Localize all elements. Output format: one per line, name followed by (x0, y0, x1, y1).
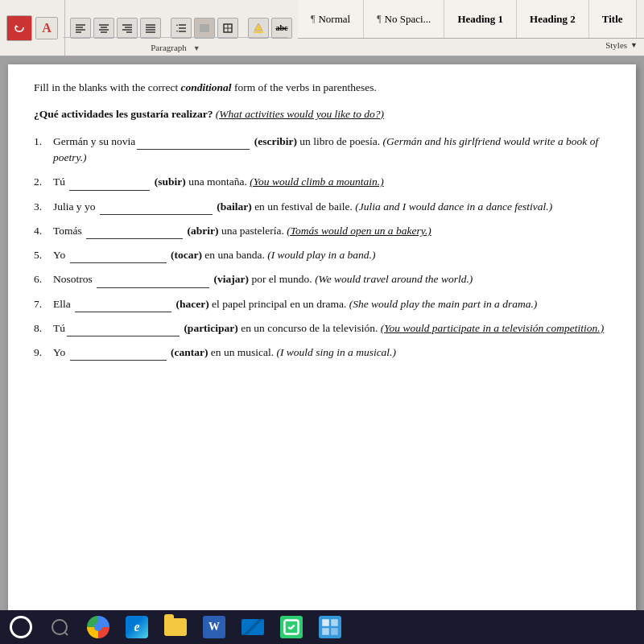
taskbar: e W (0, 610, 644, 644)
shading-button[interactable] (194, 18, 215, 39)
item-content-3: Julia y yo (bailar) en un festival de ba… (53, 199, 610, 215)
question-heading: ¿Qué actividades les gustaría realizar? … (34, 107, 610, 122)
style-normal-button[interactable]: ¶ Normal (298, 0, 364, 38)
exercise-item-6: 6. Nosotros (viajar) por el mundo. (We w… (34, 271, 610, 287)
keyword-conditional: conditional (181, 81, 232, 93)
edge-button[interactable]: e (124, 614, 150, 640)
blank-9[interactable] (70, 349, 167, 361)
verb-5: (tocar) (171, 249, 202, 261)
exercise-item-4: 4. Tomás (abrir) una pastelería. (Tomás … (34, 223, 610, 239)
item-number-2: 2. (34, 174, 53, 190)
style-heading2-button[interactable]: Heading 2 (517, 0, 589, 38)
no-spacing-pilcrow: ¶ (377, 13, 381, 25)
align-center-button[interactable] (93, 18, 114, 39)
safe-icon (280, 616, 303, 638)
blank-8[interactable] (67, 325, 180, 336)
styles-buttons-row: ¶ Normal ¶ No Spaci... Heading 1 Heading… (298, 0, 644, 39)
item-content-2: Tú (subir) una montaña. (You would climb… (53, 174, 610, 190)
chrome-icon (87, 616, 109, 638)
style-title-button[interactable]: Title (589, 0, 637, 38)
styles-group-label: Styles ▼ (298, 39, 644, 52)
verb-9: (cantar) (171, 346, 208, 358)
cortana-button[interactable] (47, 614, 72, 640)
blank-5[interactable] (70, 252, 167, 263)
translation-2: (You would climb a mountain.) (250, 175, 383, 188)
item-number-6: 6. (34, 271, 53, 287)
translation-1: (Germán and his girlfriend would write a… (53, 135, 598, 163)
item-number-4: 4. (34, 223, 53, 239)
style-heading1-button[interactable]: Heading 1 (444, 0, 517, 38)
svg-point-26 (52, 620, 67, 634)
style-title-label: Title (602, 13, 623, 26)
mail-button[interactable] (240, 614, 266, 640)
item-number-5: 5. (34, 247, 53, 263)
style-no-spacing-label: No Spaci... (385, 13, 431, 26)
translation-3: (Julia and I would dance in a dance fest… (355, 200, 552, 213)
blue-app-button[interactable] (317, 614, 343, 640)
blank-6[interactable] (97, 277, 209, 288)
svg-rect-31 (322, 619, 329, 626)
item-number-8: 8. (34, 320, 53, 336)
justify-button[interactable] (140, 18, 161, 39)
item-number-1: 1. (34, 134, 53, 150)
svg-rect-32 (331, 619, 338, 626)
exercise-item-3: 3. Julia y yo (bailar) en un festival de… (34, 199, 610, 215)
blank-2[interactable] (69, 180, 150, 191)
explorer-button[interactable] (163, 614, 188, 640)
word-icon: W (203, 616, 225, 638)
item-content-5: Yo (tocar) en una banda. (I would play i… (53, 247, 610, 263)
verb-8: (participar) (184, 322, 237, 334)
toolbar-left: A (0, 0, 65, 56)
style-heading1-label: Heading 1 (457, 13, 503, 26)
instruction-text: Fill in the blanks with the correct cond… (34, 80, 610, 96)
item-number-9: 9. (34, 345, 53, 361)
blank-7[interactable] (75, 301, 171, 312)
toolbar: A (0, 0, 644, 56)
font-color-button[interactable]: A (35, 17, 58, 39)
svg-rect-24 (254, 31, 263, 33)
translation-5: (I would play in a band.) (267, 249, 375, 261)
word-button[interactable]: W (201, 614, 227, 640)
item-number-7: 7. (34, 296, 53, 312)
highlight-button[interactable] (248, 18, 269, 39)
item-content-1: Germán y su novia (escribir) un libro de… (53, 134, 610, 167)
svg-line-30 (291, 625, 295, 630)
chrome-button[interactable] (85, 614, 111, 640)
undo-button[interactable] (6, 15, 32, 41)
align-right-button[interactable] (117, 18, 138, 39)
item-content-8: Tú (participar) en un concurso de la tel… (53, 320, 610, 336)
style-no-spacing-button[interactable]: ¶ No Spaci... (364, 0, 444, 38)
style-normal-label: Normal (318, 13, 350, 26)
windows-start-button[interactable] (8, 614, 34, 640)
blank-4[interactable] (86, 228, 183, 239)
cortana-icon (51, 618, 68, 636)
verb-7: (hacer) (176, 298, 209, 310)
exercise-list: 1. Germán y su novia (escribir) un libro… (34, 134, 610, 361)
item-content-6: Nosotros (viajar) por el mundo. (We woul… (53, 271, 610, 287)
question-english: (What activities would you like to do?) (216, 108, 384, 120)
blank-1[interactable] (137, 138, 250, 150)
translation-8: (You would participate in a televisión c… (381, 322, 604, 334)
align-left-button[interactable] (70, 18, 91, 39)
translation-9: (I would sing in a musical.) (277, 346, 397, 358)
blank-3[interactable] (100, 204, 213, 215)
svg-rect-34 (331, 628, 338, 635)
windows-icon (10, 616, 32, 638)
exercise-item-7: 7. Ella (hacer) el papel principal en un… (34, 296, 610, 312)
safe-button[interactable] (279, 614, 304, 640)
exercise-item-1: 1. Germán y su novia (escribir) un libro… (34, 134, 610, 167)
document-page: Fill in the blanks with the correct cond… (8, 64, 636, 628)
exercise-item-5: 5. Yo (tocar) en una banda. (I would pla… (34, 247, 610, 263)
verb-1: (escribir) (254, 135, 297, 147)
style-heading2-label: Heading 2 (530, 13, 576, 26)
item-content-9: Yo (cantar) en un musical. (I would sing… (53, 345, 610, 361)
border-button[interactable] (217, 18, 238, 39)
exercise-item-2: 2. Tú (subir) una montaña. (You would cl… (34, 174, 610, 190)
strikethrough-btn[interactable]: abc (271, 18, 292, 39)
translation-4: (Tomás would open un a bakery.) (287, 225, 431, 237)
item-content-4: Tomás (abrir) una pastelería. (Tomás wou… (53, 223, 610, 239)
line-spacing-button[interactable] (171, 18, 192, 39)
normal-pilcrow: ¶ (311, 13, 315, 25)
verb-2: (subir) (155, 175, 186, 188)
edge-icon: e (126, 616, 148, 638)
